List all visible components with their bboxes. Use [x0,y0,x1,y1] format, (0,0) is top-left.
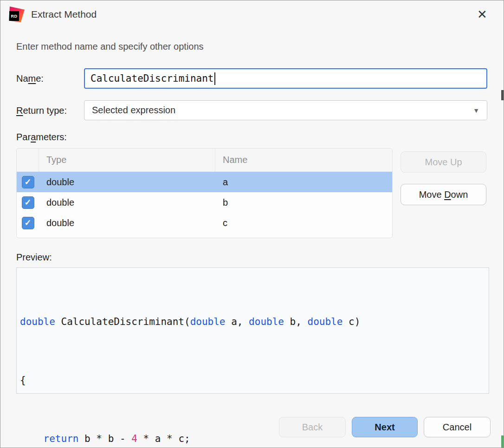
checkbox-cell: ✓ [17,213,39,233]
label-text: eturn type: [23,105,67,116]
move-down-button[interactable]: Move Down [401,184,486,205]
return-type-label: Return type: [16,105,67,116]
name-cell: a [215,172,392,192]
label-mnemonic: m [28,73,36,84]
label-text: meters: [36,132,67,142]
code-token [20,433,44,444]
code-line: return b * b - 4 * a * c; [20,429,489,448]
header-name-column: Name [215,149,392,171]
window-edge-artifact-dark [501,90,504,100]
extract-method-dialog: { "window": { "title": "Extract Method",… [0,0,504,448]
code-token: b, [284,316,308,327]
close-icon[interactable]: ✕ [474,6,491,23]
back-button[interactable]: Back [279,417,346,437]
rider-logo-icon: RD [9,6,25,22]
type-cell: double [39,172,215,192]
code-token: CalculateDiscriminant( [55,316,190,327]
check-icon: ✓ [24,177,31,187]
code-line: double CalculateDiscriminant(double a, d… [20,312,489,331]
type-cell: double [39,192,215,213]
checked-checkbox[interactable]: ✓ [22,217,34,229]
name-cell: c [215,213,392,233]
name-label: Name: [16,73,44,84]
window-title: Extract Method [31,9,97,20]
table-header-row: Type Name [17,149,392,172]
code-token: * a * c; [137,433,190,444]
label-text: Move [419,189,444,200]
parameters-table: Type Name ✓ double a ✓ double b ✓ double… [16,148,393,238]
code-token: return [44,433,79,444]
checked-checkbox[interactable]: ✓ [22,196,34,209]
parameters-label: Parameters: [16,132,67,143]
label-text: e: [36,73,44,84]
label-mnemonic: a [31,132,36,142]
check-icon: ✓ [24,197,31,208]
header-type-column: Type [39,149,215,171]
checkbox-cell: ✓ [17,192,39,213]
rider-logo-text: RD [9,11,19,21]
type-cell: double [39,213,215,233]
code-token: c) [342,316,360,327]
table-row[interactable]: ✓ double a [17,172,392,192]
move-up-button[interactable]: Move Up [401,151,486,173]
label-mnemonic: R [16,105,23,116]
label-mnemonic: D [444,189,451,200]
table-row[interactable]: ✓ double b [17,192,392,213]
code-token: 4 [131,433,137,444]
code-token: double [249,316,284,327]
next-button[interactable]: Next [352,417,418,437]
method-name-value: CalculateDiscriminant [90,73,214,84]
name-cell: b [215,192,392,213]
code-token: double [190,316,226,327]
code-token: double [20,316,55,327]
window-edge-artifact-green [501,435,504,448]
check-icon: ✓ [24,218,31,228]
code-token: { [20,375,26,386]
chevron-down-icon: ▼ [473,107,479,114]
method-name-input[interactable]: CalculateDiscriminant [84,68,487,89]
title-bar: RD Extract Method [9,6,97,22]
return-type-dropdown[interactable]: Selected expression ▼ [84,100,487,120]
cancel-button[interactable]: Cancel [424,417,491,437]
label-text: Na [16,73,28,84]
code-token: a, [226,316,249,327]
table-row[interactable]: ✓ double c [17,213,392,233]
checkbox-cell: ✓ [17,172,39,192]
code-token: double [308,316,343,327]
return-type-value: Selected expression [92,105,175,116]
preview-label: Preview: [16,252,52,263]
text-caret [214,72,215,85]
label-text: Par [16,132,31,142]
code-line: { [20,370,489,390]
code-token: b * b - [78,433,131,444]
checked-checkbox[interactable]: ✓ [22,176,34,188]
dialog-subtitle: Enter method name and specify other opti… [16,41,204,52]
header-checkbox-column [17,149,39,171]
code-preview: double CalculateDiscriminant(double a, d… [16,267,489,394]
label-text: own [451,189,468,200]
